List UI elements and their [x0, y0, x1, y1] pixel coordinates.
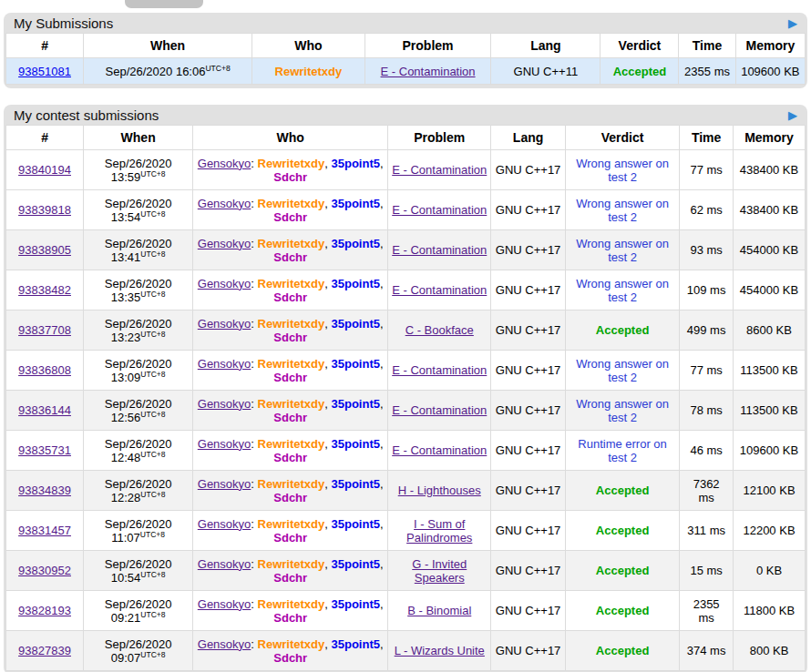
submission-id-link[interactable]: 93828193 — [18, 604, 71, 617]
expand-arrow-icon[interactable]: ▶ — [788, 109, 797, 121]
problem-link[interactable]: L - Wizards Unite — [395, 644, 485, 657]
handle-link[interactable]: Rewritetxdy — [258, 237, 325, 250]
handle-link[interactable]: Sdchr — [273, 491, 307, 504]
handle-link[interactable]: 35point5 — [332, 197, 380, 210]
handle-link[interactable]: 35point5 — [332, 317, 380, 331]
handle-link[interactable]: 35point5 — [332, 237, 380, 250]
problem-link[interactable]: E - Contamination — [392, 163, 487, 177]
expand-arrow-icon[interactable]: ▶ — [788, 17, 797, 29]
submission-id-link[interactable]: 93836144 — [18, 403, 71, 417]
handle-link[interactable]: 35point5 — [332, 357, 380, 371]
problem-link[interactable]: E - Contamination — [392, 283, 487, 297]
verdict-text[interactable]: Wrong answer on test 2 — [576, 237, 669, 264]
handle-link[interactable]: Rewritetxdy — [258, 157, 325, 170]
submission-id-link[interactable]: 93838905 — [18, 243, 71, 257]
problem-cell: E - Contamination — [388, 351, 491, 391]
team-link[interactable]: Gensokyo — [198, 557, 252, 571]
who-cell: Gensokyo: Rewritetxdy, 35point5, Sdchr — [193, 471, 388, 511]
handle-link[interactable]: Sdchr — [273, 451, 307, 464]
team-link[interactable]: Gensokyo — [198, 637, 252, 651]
handle-link[interactable]: Rewritetxdy — [258, 597, 325, 611]
handle-link[interactable]: Sdchr — [273, 571, 307, 585]
handle-link[interactable]: Sdchr — [273, 411, 307, 424]
handle-link[interactable]: Sdchr — [273, 651, 307, 665]
problem-link[interactable]: G - Invited Speakers — [412, 557, 467, 585]
handle-link[interactable]: Rewritetxdy — [258, 357, 325, 371]
verdict-cell: Runtime error on test 2 — [565, 431, 679, 471]
team-link[interactable]: Gensokyo — [198, 357, 252, 371]
submission-id-link[interactable]: 93827839 — [18, 644, 71, 657]
handle-link[interactable]: Sdchr — [273, 611, 307, 625]
handle-link[interactable]: Sdchr — [273, 531, 307, 545]
handle-link[interactable]: Sdchr — [273, 250, 307, 264]
handle-link[interactable]: Rewritetxdy — [258, 637, 325, 651]
handle-link[interactable]: 35point5 — [332, 397, 380, 411]
handle-link[interactable]: Sdchr — [273, 371, 307, 384]
handle-link[interactable]: Sdchr — [273, 210, 307, 224]
problem-link[interactable]: E - Contamination — [381, 65, 476, 78]
submission-id-link[interactable]: 93839818 — [18, 203, 71, 217]
handle-link[interactable]: Rewritetxdy — [258, 517, 325, 531]
submission-id-link[interactable]: 93838482 — [18, 283, 71, 297]
handle-link[interactable]: Rewritetxdy — [258, 477, 325, 491]
team-link[interactable]: Gensokyo — [198, 317, 252, 331]
handle-link[interactable]: Rewritetxdy — [258, 557, 325, 571]
submission-id-link[interactable]: 93851081 — [18, 65, 71, 78]
problem-link[interactable]: E - Contamination — [392, 243, 487, 257]
when-date: Sep/26/2020 — [87, 237, 189, 250]
submission-id-link[interactable]: 93836808 — [18, 363, 71, 377]
problem-link[interactable]: E - Contamination — [392, 203, 487, 217]
verdict-text[interactable]: Wrong answer on test 2 — [576, 157, 669, 184]
submission-id-link[interactable]: 93835731 — [18, 443, 71, 457]
problem-link[interactable]: E - Contamination — [392, 443, 487, 457]
problem-link[interactable]: I - Sum of Palindromes — [406, 517, 472, 545]
handle-link[interactable]: 35point5 — [332, 637, 380, 651]
verdict-cell: Wrong answer on test 2 — [565, 190, 679, 230]
team-link[interactable]: Gensokyo — [198, 437, 252, 451]
submission-id-link[interactable]: 93831457 — [18, 524, 71, 537]
when-time: 10:54UTC+8 — [111, 571, 166, 585]
team-link[interactable]: Gensokyo — [198, 157, 252, 170]
team-link[interactable]: Gensokyo — [198, 517, 252, 531]
handle-link[interactable]: Rewritetxdy — [258, 437, 325, 451]
team-link[interactable]: Gensokyo — [198, 197, 252, 210]
problem-link[interactable]: E - Contamination — [392, 363, 487, 377]
team-link[interactable]: Gensokyo — [198, 237, 252, 250]
handle-link[interactable]: 35point5 — [332, 277, 380, 290]
problem-link[interactable]: H - Lighthouses — [398, 484, 481, 497]
handle-link[interactable]: 35point5 — [332, 157, 380, 170]
handle-link[interactable]: Sdchr — [273, 290, 307, 304]
submission-id-link[interactable]: 93837708 — [18, 323, 71, 337]
top-tab[interactable] — [125, 0, 203, 8]
team-link[interactable]: Gensokyo — [198, 397, 252, 411]
verdict-text[interactable]: Wrong answer on test 2 — [576, 277, 669, 304]
handle-link[interactable]: 35point5 — [332, 517, 380, 531]
team-link[interactable]: Gensokyo — [198, 277, 252, 290]
verdict-text[interactable]: Wrong answer on test 2 — [576, 197, 669, 224]
handle-link[interactable]: Rewritetxdy — [258, 397, 325, 411]
timezone-label: UTC+8 — [140, 249, 165, 258]
handle-link[interactable]: Rewritetxdy — [275, 65, 343, 78]
handle-link[interactable]: 35point5 — [332, 597, 380, 611]
handle-link[interactable]: Rewritetxdy — [258, 317, 325, 331]
handle-link[interactable]: 35point5 — [332, 557, 380, 571]
submission-id-link[interactable]: 93840194 — [18, 163, 71, 177]
handle-link[interactable]: Sdchr — [273, 170, 307, 184]
team-link[interactable]: Gensokyo — [198, 597, 252, 611]
handle-link[interactable]: Rewritetxdy — [258, 277, 325, 290]
submission-id-link[interactable]: 93834839 — [18, 484, 71, 497]
handle-link[interactable]: Sdchr — [273, 331, 307, 344]
team-link[interactable]: Gensokyo — [198, 477, 252, 491]
handle-link[interactable]: 35point5 — [332, 477, 380, 491]
problem-link[interactable]: E - Contamination — [392, 403, 487, 417]
handle-link[interactable]: 35point5 — [332, 437, 380, 451]
when-cell: Sep/26/2020 16:06UTC+8 — [84, 58, 252, 85]
verdict-text[interactable]: Wrong answer on test 2 — [576, 357, 669, 384]
handle-link[interactable]: Rewritetxdy — [258, 197, 325, 210]
problem-link[interactable]: C - Bookface — [406, 323, 474, 337]
problem-link[interactable]: B - Binomial — [407, 604, 471, 617]
submission-id-link[interactable]: 93830952 — [18, 564, 71, 577]
verdict-text[interactable]: Runtime error on test 2 — [578, 437, 667, 464]
verdict-text[interactable]: Wrong answer on test 2 — [576, 397, 669, 424]
verdict-text: Accepted — [596, 323, 650, 337]
